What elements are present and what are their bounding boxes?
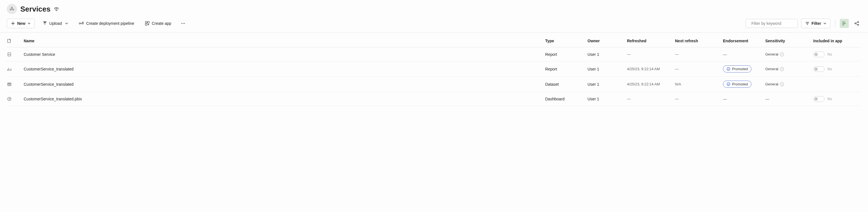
- included-toggle[interactable]: [813, 51, 825, 57]
- item-name[interactable]: Customer Service: [24, 52, 545, 57]
- workspace-icon: [7, 4, 17, 14]
- item-endorsement: Promoted: [723, 81, 765, 88]
- item-refreshed: —: [627, 52, 675, 57]
- item-owner: User 1: [588, 67, 627, 71]
- create-app-label: Create app: [152, 21, 171, 26]
- list-view-button[interactable]: [840, 19, 849, 28]
- svg-point-2: [12, 9, 13, 10]
- item-sensitivity: Generali: [765, 67, 813, 71]
- pipeline-icon: [79, 21, 84, 26]
- item-endorsement: —: [723, 52, 765, 57]
- lineage-view-button[interactable]: [852, 19, 861, 28]
- svg-rect-17: [8, 83, 11, 86]
- item-endorsement: —: [723, 97, 765, 101]
- chevron-down-icon: [824, 22, 826, 25]
- info-icon[interactable]: i: [780, 67, 784, 71]
- item-sensitivity: —: [765, 97, 813, 101]
- svg-point-14: [858, 24, 859, 25]
- included-toggle[interactable]: [813, 66, 825, 72]
- svg-rect-7: [145, 24, 147, 25]
- rosette-icon: [726, 67, 730, 71]
- premium-diamond-icon: [54, 6, 59, 11]
- item-endorsement: Promoted: [723, 65, 765, 72]
- info-icon[interactable]: i: [780, 52, 784, 57]
- svg-point-19: [9, 99, 9, 99]
- col-owner[interactable]: Owner: [588, 39, 627, 43]
- rosette-icon: [726, 82, 730, 86]
- item-name[interactable]: CustomerService_translated.pbix: [24, 97, 545, 101]
- app-grid-icon: [145, 21, 150, 26]
- filter-label: Filter: [812, 21, 821, 26]
- more-actions-button[interactable]: [179, 19, 187, 28]
- page-title: Services: [20, 5, 51, 13]
- included-label: No: [827, 67, 832, 71]
- svg-point-10: [184, 23, 185, 24]
- item-type: Dashboard: [545, 97, 588, 101]
- endorsement-pill: Promoted: [723, 65, 751, 72]
- item-type: Report: [545, 67, 588, 71]
- item-next-refresh: —: [675, 52, 723, 57]
- table-row[interactable]: CustomerService_translatedReportUser 14/…: [7, 62, 861, 77]
- chevron-down-icon: [28, 22, 30, 25]
- toolbar-divider: [835, 20, 835, 27]
- svg-point-1: [10, 9, 11, 10]
- upload-label: Upload: [50, 21, 62, 26]
- filter-icon: [805, 22, 809, 25]
- info-icon[interactable]: i: [780, 82, 784, 86]
- svg-point-13: [858, 22, 859, 23]
- table-row[interactable]: CustomerService_translatedDatasetUser 14…: [7, 77, 861, 92]
- col-included[interactable]: Included in app: [813, 39, 861, 43]
- item-next-refresh: N/A: [675, 82, 723, 86]
- col-refreshed[interactable]: Refreshed: [627, 39, 675, 43]
- item-refreshed: 4/25/23, 9:22:14 AM: [627, 67, 675, 71]
- list-view-icon: [842, 21, 847, 26]
- col-next-refresh[interactable]: Next refresh: [675, 39, 723, 43]
- col-icon: [7, 39, 24, 43]
- chevron-down-icon: [65, 22, 68, 25]
- table-row[interactable]: Customer ServiceReportUser 1———GeneraliN…: [7, 47, 861, 62]
- create-app-button[interactable]: Create app: [142, 19, 174, 28]
- item-included: No: [813, 51, 861, 57]
- ellipsis-icon: [181, 21, 185, 26]
- lineage-icon: [854, 21, 859, 26]
- dataset-icon: [7, 82, 12, 87]
- item-type: Report: [545, 52, 588, 57]
- item-sensitivity: Generali: [765, 82, 813, 86]
- new-button[interactable]: New: [7, 19, 35, 28]
- col-endorsement[interactable]: Endorsement: [723, 39, 765, 43]
- svg-point-0: [11, 7, 12, 8]
- table-row[interactable]: CustomerService_translated.pbixDashboard…: [7, 92, 861, 106]
- item-owner: User 1: [588, 82, 627, 86]
- item-refreshed: 4/25/23, 9:22:14 AM: [627, 82, 675, 86]
- item-type-icon: [7, 39, 11, 43]
- search-input-wrap[interactable]: [746, 19, 798, 28]
- item-name[interactable]: CustomerService_translated: [24, 67, 545, 71]
- item-included: No: [813, 96, 861, 102]
- svg-point-3: [79, 23, 81, 24]
- item-next-refresh: —: [675, 97, 723, 101]
- svg-point-9: [183, 23, 184, 24]
- item-refreshed: —: [627, 97, 675, 101]
- table-header-row: Name Type Owner Refreshed Next refresh E…: [7, 32, 861, 47]
- item-owner: User 1: [588, 52, 627, 57]
- svg-point-8: [181, 23, 182, 24]
- create-pipeline-button[interactable]: Create deployment pipeline: [76, 19, 137, 28]
- svg-point-12: [855, 23, 856, 24]
- col-sensitivity[interactable]: Sensitivity: [765, 39, 813, 43]
- dashboard-icon: [7, 97, 12, 102]
- col-type[interactable]: Type: [545, 39, 588, 43]
- pipeline-label: Create deployment pipeline: [86, 21, 134, 26]
- col-name[interactable]: Name: [24, 39, 545, 43]
- search-input[interactable]: [751, 21, 801, 26]
- upload-button[interactable]: Upload: [40, 19, 71, 28]
- included-toggle[interactable]: [813, 96, 825, 102]
- item-name[interactable]: CustomerService_translated: [24, 82, 545, 86]
- upload-icon: [42, 21, 47, 26]
- svg-rect-5: [145, 22, 147, 23]
- item-owner: User 1: [588, 97, 627, 101]
- svg-rect-6: [148, 22, 149, 23]
- item-sensitivity: Generali: [765, 52, 813, 57]
- item-included: No: [813, 66, 861, 72]
- included-label: No: [827, 52, 832, 57]
- filter-button[interactable]: Filter: [801, 19, 831, 28]
